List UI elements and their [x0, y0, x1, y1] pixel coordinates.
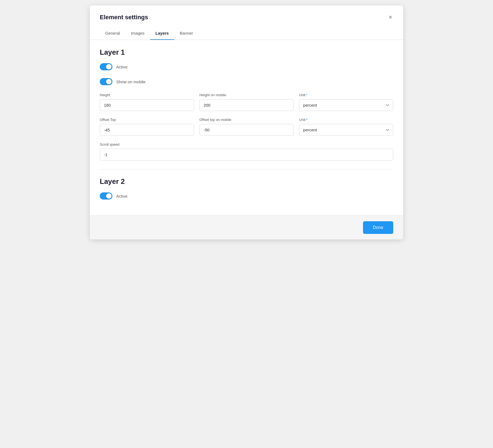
layer1-mobile-label: Show on mobile	[116, 79, 146, 84]
offset-unit-label: Unit*	[299, 118, 393, 122]
offset-mobile-field-group: Offset top on mobile -50	[200, 118, 294, 136]
layer1-mobile-track	[100, 78, 112, 85]
layer1-active-thumb	[106, 64, 112, 70]
scroll-speed-input[interactable]: -1	[100, 149, 393, 161]
offset-top-input[interactable]: -45	[100, 124, 194, 136]
section-divider	[100, 169, 393, 170]
tab-layers[interactable]: Layers	[150, 27, 174, 40]
layer1-title: Layer 1	[100, 48, 393, 57]
layer1-active-row: Active	[100, 63, 393, 70]
height-mobile-input[interactable]: 200	[200, 99, 294, 111]
modal-footer: Done	[90, 215, 403, 239]
layer1-active-toggle[interactable]	[100, 63, 112, 70]
offset-mobile-input[interactable]: -50	[200, 124, 294, 136]
tabs-container: General Images Layers Banner	[90, 27, 403, 40]
offset-unit-field-group: Unit* percent px vh	[299, 118, 393, 136]
layer2-active-toggle[interactable]	[100, 192, 112, 200]
offset-fields-row: Offset Top -45 Offset top on mobile -50 …	[100, 118, 393, 136]
layer1-active-track	[100, 63, 112, 70]
layer1-mobile-toggle[interactable]	[100, 78, 112, 85]
scroll-speed-label: Scroll speed	[100, 142, 393, 146]
offset-top-field-group: Offset Top -45	[100, 118, 194, 136]
layer2-active-thumb	[106, 193, 112, 199]
height-input[interactable]: 180	[100, 99, 194, 111]
tab-general[interactable]: General	[100, 27, 125, 40]
height-unit-label: Unit*	[299, 93, 393, 97]
layer1-mobile-row: Show on mobile	[100, 78, 393, 85]
tab-banner[interactable]: Banner	[174, 27, 198, 40]
layer2-active-label: Active	[116, 194, 128, 198]
done-button[interactable]: Done	[363, 221, 393, 234]
height-unit-select[interactable]: percent px vh	[299, 99, 393, 111]
modal-title: Element settings	[100, 14, 148, 21]
close-button[interactable]: ×	[387, 13, 393, 21]
height-label: Height	[100, 93, 194, 97]
height-mobile-label: Height on mobile	[200, 93, 294, 97]
layer2-title: Layer 2	[100, 177, 393, 186]
height-field-group: Height 180	[100, 93, 194, 111]
height-fields-row: Height 180 Height on mobile 200 Unit* pe…	[100, 93, 393, 111]
layer2-active-track	[100, 192, 112, 200]
offset-unit-select[interactable]: percent px vh	[299, 124, 393, 136]
tab-images[interactable]: Images	[125, 27, 150, 40]
offset-mobile-label: Offset top on mobile	[200, 118, 294, 122]
height-mobile-field-group: Height on mobile 200	[200, 93, 294, 111]
layer2-active-row: Active	[100, 192, 393, 200]
layer1-active-label: Active	[116, 65, 128, 69]
element-settings-modal: Element settings × General Images Layers…	[90, 5, 403, 239]
layer1-mobile-thumb	[106, 79, 112, 84]
scroll-speed-group: Scroll speed -1	[100, 142, 393, 161]
offset-top-label: Offset Top	[100, 118, 194, 122]
modal-body: Layer 1 Active Show on mobile	[90, 40, 403, 215]
height-unit-field-group: Unit* percent px vh	[299, 93, 393, 111]
modal-header: Element settings ×	[90, 5, 403, 27]
